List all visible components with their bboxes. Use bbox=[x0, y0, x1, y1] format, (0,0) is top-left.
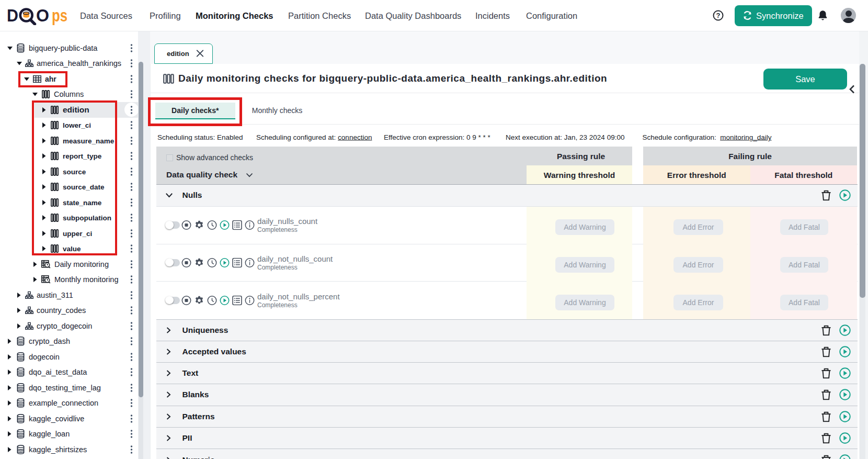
svg-text:ps: ps bbox=[52, 6, 67, 25]
svg-text:D: D bbox=[7, 6, 18, 25]
svg-text:?: ? bbox=[716, 12, 721, 19]
svg-text:O: O bbox=[36, 6, 49, 25]
